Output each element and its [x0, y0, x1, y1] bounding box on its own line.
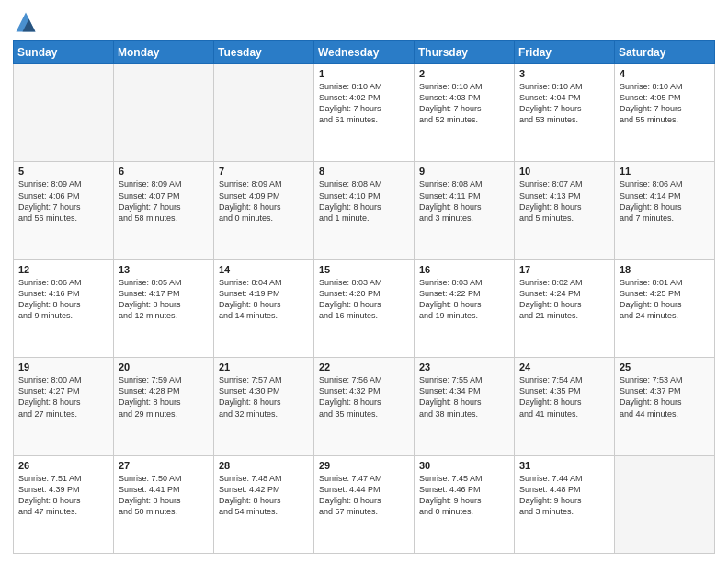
- day-number: 10: [519, 166, 609, 177]
- day-cell: 26Sunrise: 7:51 AM Sunset: 4:39 PM Dayli…: [14, 455, 114, 553]
- day-number: 3: [519, 68, 609, 79]
- day-cell: 5Sunrise: 8:09 AM Sunset: 4:06 PM Daylig…: [14, 162, 114, 259]
- day-info: Sunrise: 8:08 AM Sunset: 4:10 PM Dayligh…: [319, 178, 409, 224]
- week-row-1: 1Sunrise: 8:10 AM Sunset: 4:02 PM Daylig…: [14, 64, 715, 162]
- logo: [13, 9, 42, 35]
- weekday-header-tuesday: Tuesday: [214, 41, 314, 64]
- weekday-header-saturday: Saturday: [615, 41, 715, 64]
- day-cell: [615, 455, 715, 553]
- day-info: Sunrise: 8:01 AM Sunset: 4:25 PM Dayligh…: [620, 277, 710, 322]
- day-cell: 7Sunrise: 8:09 AM Sunset: 4:09 PM Daylig…: [214, 162, 314, 259]
- day-number: 16: [419, 264, 509, 275]
- weekday-header-monday: Monday: [114, 41, 214, 64]
- weekday-header-wednesday: Wednesday: [314, 41, 415, 64]
- weekday-header-friday: Friday: [515, 41, 615, 64]
- day-cell: [14, 64, 114, 162]
- day-info: Sunrise: 7:56 AM Sunset: 4:32 PM Dayligh…: [319, 374, 409, 419]
- day-info: Sunrise: 7:47 AM Sunset: 4:44 PM Dayligh…: [319, 473, 409, 518]
- page: SundayMondayTuesdayWednesdayThursdayFrid…: [0, 0, 728, 563]
- day-cell: [114, 64, 214, 162]
- day-cell: 16Sunrise: 8:03 AM Sunset: 4:22 PM Dayli…: [415, 259, 515, 357]
- day-cell: 19Sunrise: 8:00 AM Sunset: 4:27 PM Dayli…: [14, 358, 114, 455]
- day-info: Sunrise: 8:05 AM Sunset: 4:17 PM Dayligh…: [119, 277, 209, 322]
- weekday-header-row: SundayMondayTuesdayWednesdayThursdayFrid…: [14, 41, 715, 64]
- day-number: 22: [319, 362, 409, 373]
- day-number: 20: [119, 362, 209, 373]
- day-number: 8: [319, 166, 409, 177]
- day-number: 14: [219, 264, 309, 275]
- day-info: Sunrise: 8:09 AM Sunset: 4:06 PM Dayligh…: [18, 178, 108, 224]
- weekday-header-thursday: Thursday: [415, 41, 515, 64]
- day-cell: 23Sunrise: 7:55 AM Sunset: 4:34 PM Dayli…: [415, 358, 515, 455]
- day-cell: 11Sunrise: 8:06 AM Sunset: 4:14 PM Dayli…: [615, 162, 715, 259]
- day-cell: 20Sunrise: 7:59 AM Sunset: 4:28 PM Dayli…: [114, 358, 214, 455]
- day-number: 7: [219, 166, 309, 177]
- day-info: Sunrise: 7:48 AM Sunset: 4:42 PM Dayligh…: [219, 473, 309, 518]
- day-info: Sunrise: 8:06 AM Sunset: 4:14 PM Dayligh…: [620, 178, 710, 224]
- day-cell: 30Sunrise: 7:45 AM Sunset: 4:46 PM Dayli…: [415, 455, 515, 553]
- day-number: 4: [620, 68, 710, 79]
- day-number: 25: [620, 362, 710, 373]
- day-number: 29: [319, 460, 409, 471]
- day-info: Sunrise: 7:44 AM Sunset: 4:48 PM Dayligh…: [519, 473, 609, 518]
- day-number: 15: [319, 264, 409, 275]
- day-info: Sunrise: 8:09 AM Sunset: 4:09 PM Dayligh…: [219, 178, 309, 224]
- day-number: 31: [519, 460, 609, 471]
- day-cell: 9Sunrise: 8:08 AM Sunset: 4:11 PM Daylig…: [415, 162, 515, 259]
- day-number: 30: [419, 460, 509, 471]
- day-info: Sunrise: 8:10 AM Sunset: 4:02 PM Dayligh…: [319, 81, 409, 126]
- day-number: 17: [519, 264, 609, 275]
- weekday-header-sunday: Sunday: [14, 41, 114, 64]
- day-number: 24: [519, 362, 609, 373]
- day-number: 27: [119, 460, 209, 471]
- week-row-2: 5Sunrise: 8:09 AM Sunset: 4:06 PM Daylig…: [14, 162, 715, 259]
- day-info: Sunrise: 8:10 AM Sunset: 4:03 PM Dayligh…: [419, 81, 509, 126]
- day-info: Sunrise: 8:02 AM Sunset: 4:24 PM Dayligh…: [519, 277, 609, 322]
- day-cell: 3Sunrise: 8:10 AM Sunset: 4:04 PM Daylig…: [515, 64, 615, 162]
- day-info: Sunrise: 8:03 AM Sunset: 4:22 PM Dayligh…: [419, 277, 509, 322]
- week-row-5: 26Sunrise: 7:51 AM Sunset: 4:39 PM Dayli…: [14, 455, 715, 553]
- day-info: Sunrise: 7:57 AM Sunset: 4:30 PM Dayligh…: [219, 374, 309, 419]
- logo-icon: [13, 9, 39, 35]
- day-number: 19: [18, 362, 108, 373]
- day-info: Sunrise: 8:10 AM Sunset: 4:05 PM Dayligh…: [620, 81, 710, 126]
- header: [13, 9, 715, 35]
- day-info: Sunrise: 8:06 AM Sunset: 4:16 PM Dayligh…: [18, 277, 108, 322]
- day-cell: [214, 64, 314, 162]
- day-info: Sunrise: 8:00 AM Sunset: 4:27 PM Dayligh…: [18, 374, 108, 419]
- day-cell: 27Sunrise: 7:50 AM Sunset: 4:41 PM Dayli…: [114, 455, 214, 553]
- day-info: Sunrise: 8:07 AM Sunset: 4:13 PM Dayligh…: [519, 178, 609, 224]
- day-info: Sunrise: 7:55 AM Sunset: 4:34 PM Dayligh…: [419, 374, 509, 419]
- day-cell: 2Sunrise: 8:10 AM Sunset: 4:03 PM Daylig…: [415, 64, 515, 162]
- day-info: Sunrise: 7:50 AM Sunset: 4:41 PM Dayligh…: [119, 473, 209, 518]
- day-cell: 18Sunrise: 8:01 AM Sunset: 4:25 PM Dayli…: [615, 259, 715, 357]
- day-cell: 10Sunrise: 8:07 AM Sunset: 4:13 PM Dayli…: [515, 162, 615, 259]
- day-cell: 8Sunrise: 8:08 AM Sunset: 4:10 PM Daylig…: [314, 162, 415, 259]
- day-cell: 25Sunrise: 7:53 AM Sunset: 4:37 PM Dayli…: [615, 358, 715, 455]
- day-cell: 28Sunrise: 7:48 AM Sunset: 4:42 PM Dayli…: [214, 455, 314, 553]
- day-info: Sunrise: 8:09 AM Sunset: 4:07 PM Dayligh…: [119, 178, 209, 224]
- day-info: Sunrise: 7:51 AM Sunset: 4:39 PM Dayligh…: [18, 473, 108, 518]
- day-cell: 29Sunrise: 7:47 AM Sunset: 4:44 PM Dayli…: [314, 455, 415, 553]
- day-number: 13: [119, 264, 209, 275]
- day-cell: 1Sunrise: 8:10 AM Sunset: 4:02 PM Daylig…: [314, 64, 415, 162]
- day-number: 12: [18, 264, 108, 275]
- day-cell: 13Sunrise: 8:05 AM Sunset: 4:17 PM Dayli…: [114, 259, 214, 357]
- week-row-3: 12Sunrise: 8:06 AM Sunset: 4:16 PM Dayli…: [14, 259, 715, 357]
- day-number: 28: [219, 460, 309, 471]
- day-number: 18: [620, 264, 710, 275]
- week-row-4: 19Sunrise: 8:00 AM Sunset: 4:27 PM Dayli…: [14, 358, 715, 455]
- day-cell: 17Sunrise: 8:02 AM Sunset: 4:24 PM Dayli…: [515, 259, 615, 357]
- day-number: 6: [119, 166, 209, 177]
- day-info: Sunrise: 7:59 AM Sunset: 4:28 PM Dayligh…: [119, 374, 209, 419]
- day-number: 23: [419, 362, 509, 373]
- day-info: Sunrise: 8:03 AM Sunset: 4:20 PM Dayligh…: [319, 277, 409, 322]
- day-cell: 6Sunrise: 8:09 AM Sunset: 4:07 PM Daylig…: [114, 162, 214, 259]
- day-cell: 22Sunrise: 7:56 AM Sunset: 4:32 PM Dayli…: [314, 358, 415, 455]
- day-number: 26: [18, 460, 108, 471]
- day-cell: 4Sunrise: 8:10 AM Sunset: 4:05 PM Daylig…: [615, 64, 715, 162]
- day-number: 2: [419, 68, 509, 79]
- day-info: Sunrise: 8:10 AM Sunset: 4:04 PM Dayligh…: [519, 81, 609, 126]
- day-number: 1: [319, 68, 409, 79]
- day-info: Sunrise: 7:54 AM Sunset: 4:35 PM Dayligh…: [519, 374, 609, 419]
